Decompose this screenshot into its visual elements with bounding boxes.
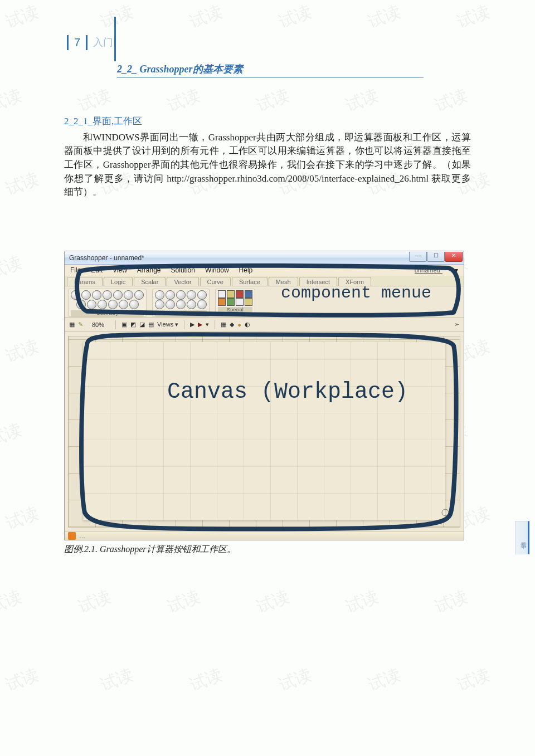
play-alt-icon[interactable]: ▶ xyxy=(198,321,202,328)
component-icon[interactable] xyxy=(81,290,91,300)
figure-caption: 图例.2.1. Grasshopper计算器按钮和工作区。 xyxy=(64,544,464,555)
component-icon[interactable] xyxy=(227,298,235,306)
component-icon[interactable] xyxy=(129,300,139,309)
dropdown-icon[interactable]: ▾ xyxy=(206,321,209,328)
minimize-button[interactable]: — xyxy=(409,252,427,262)
close-button[interactable]: ✕ xyxy=(445,252,463,262)
component-icon[interactable] xyxy=(98,300,107,309)
preview-icon[interactable]: ● xyxy=(237,321,241,328)
menu-window[interactable]: Window xyxy=(205,266,229,274)
component-icon[interactable] xyxy=(92,290,101,300)
component-icon[interactable] xyxy=(124,290,133,300)
shelf-group-special: Special xyxy=(215,289,255,314)
document-name[interactable]: unnamed* xyxy=(415,267,442,274)
tab-surface[interactable]: Surface xyxy=(232,277,268,286)
component-icon[interactable] xyxy=(236,290,244,298)
canvas-area[interactable] xyxy=(68,336,460,528)
component-icon[interactable] xyxy=(71,290,80,300)
preview-icon[interactable]: ◐ xyxy=(245,321,250,328)
component-icon[interactable] xyxy=(134,290,144,300)
menu-help[interactable]: Help xyxy=(239,266,253,274)
page-label: 入门 xyxy=(93,36,113,49)
chapter-side-tab: 第二章 xyxy=(515,521,529,554)
component-icon[interactable] xyxy=(103,290,112,300)
header-rule xyxy=(114,17,116,61)
component-icon[interactable] xyxy=(218,298,226,306)
page-header: 7 入门 xyxy=(0,17,535,72)
tab-curve[interactable]: Curve xyxy=(200,277,231,286)
tab-scalar[interactable]: Scalar xyxy=(134,277,166,286)
annotation-component-menu: component menue xyxy=(281,284,431,303)
body-paragraph: 和WINDOWS界面同出一辙，Grasshopper共由两大部分组成，即运算器面… xyxy=(64,131,471,199)
body-text: 2_2_1_界面,工作区 和WINDOWS界面同出一辙，Grasshopper共… xyxy=(64,115,471,199)
preview-icon[interactable]: ◆ xyxy=(230,321,234,328)
component-icon[interactable] xyxy=(119,300,128,309)
tab-params[interactable]: Params xyxy=(67,277,103,286)
menu-view[interactable]: View xyxy=(113,266,127,274)
menu-solution[interactable]: Solution xyxy=(171,266,195,274)
component-icon[interactable] xyxy=(187,300,196,309)
group-label[interactable]: Special xyxy=(218,307,252,313)
preview-icon[interactable]: ▦ xyxy=(221,321,226,328)
component-icon[interactable] xyxy=(176,300,186,309)
component-icon[interactable] xyxy=(197,300,207,309)
component-icon[interactable] xyxy=(197,290,207,300)
zoom-level[interactable]: 80% xyxy=(86,321,110,329)
play-icon[interactable]: ▶ xyxy=(190,321,194,328)
svg-point-0 xyxy=(442,509,449,516)
page-number: 7 xyxy=(67,35,87,50)
open-icon[interactable]: ▦ xyxy=(69,321,75,328)
component-icon[interactable] xyxy=(245,290,252,298)
annotation-canvas-label: Canvas (Workplace) xyxy=(167,379,408,404)
subsection-title: 2_2_1_界面,工作区 xyxy=(64,115,471,129)
nav-icon[interactable]: ◪ xyxy=(139,321,145,328)
statusbar: … xyxy=(65,531,464,540)
figure-2-1: Grasshopper - unnamed* — ☐ ✕ File Edit V… xyxy=(64,251,464,555)
section-title: 2_2_ Grasshopper的基本要素 xyxy=(117,62,243,76)
sketch-icon[interactable]: ✎ xyxy=(78,321,83,328)
canvas-sheet[interactable] xyxy=(83,342,445,520)
maximize-button[interactable]: ☐ xyxy=(427,252,445,262)
nav-icon[interactable]: ◩ xyxy=(130,321,136,328)
views-dropdown[interactable]: Views ▾ xyxy=(157,321,178,328)
compass-icon[interactable]: ➣ xyxy=(454,321,459,328)
section-underline xyxy=(117,77,424,77)
group-label[interactable]: Primitive xyxy=(155,310,207,316)
component-icon[interactable] xyxy=(227,290,235,298)
canvas-toolbar: ▦ ✎ 80% ▣ ◩ ◪ ▤ Views ▾ ▶ ▶ ▾ ▦ ◆ ● ◐ ➣ xyxy=(65,318,464,332)
menu-arrange[interactable]: Arrange xyxy=(137,266,161,274)
grasshopper-window: Grasshopper - unnamed* — ☐ ✕ File Edit V… xyxy=(64,251,464,540)
component-icon[interactable] xyxy=(155,290,164,300)
component-icon[interactable] xyxy=(166,300,175,309)
component-icon[interactable] xyxy=(76,300,86,309)
nav-icon[interactable]: ▣ xyxy=(121,321,127,328)
component-icon[interactable] xyxy=(108,300,118,309)
component-icon[interactable] xyxy=(176,290,186,300)
shelf-group-geometry: Geometry xyxy=(68,289,147,317)
status-text: … xyxy=(79,533,85,539)
doc-dropdown-icon[interactable]: ▾ xyxy=(455,266,458,274)
menu-file[interactable]: File xyxy=(70,266,81,274)
menu-edit[interactable]: Edit xyxy=(91,266,103,274)
window-title: Grasshopper - unnamed* xyxy=(69,254,144,262)
titlebar[interactable]: Grasshopper - unnamed* — ☐ ✕ xyxy=(65,251,464,265)
group-label[interactable]: Geometry xyxy=(71,310,144,316)
menubar: File Edit View Arrange Solution Window H… xyxy=(65,265,464,276)
component-icon[interactable] xyxy=(236,298,244,306)
tab-logic[interactable]: Logic xyxy=(104,277,133,286)
tab-vector[interactable]: Vector xyxy=(167,277,198,286)
component-icon[interactable] xyxy=(113,290,123,300)
rss-icon[interactable] xyxy=(68,532,76,540)
shelf-group-primitive: Primitive xyxy=(152,289,210,317)
component-icon[interactable] xyxy=(245,298,252,306)
compass-circle-icon xyxy=(441,508,450,517)
component-icon[interactable] xyxy=(166,290,175,300)
nav-icon[interactable]: ▤ xyxy=(148,321,154,328)
component-icon[interactable] xyxy=(218,290,226,298)
component-icon[interactable] xyxy=(187,290,196,300)
component-icon[interactable] xyxy=(87,300,96,309)
component-icon[interactable] xyxy=(155,300,164,309)
